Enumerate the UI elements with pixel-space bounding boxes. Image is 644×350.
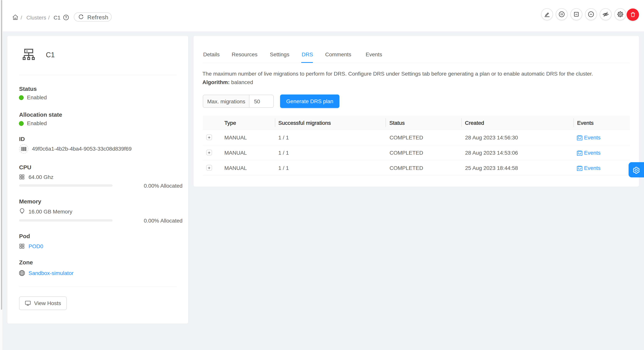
svg-text:?: ? xyxy=(65,16,67,19)
